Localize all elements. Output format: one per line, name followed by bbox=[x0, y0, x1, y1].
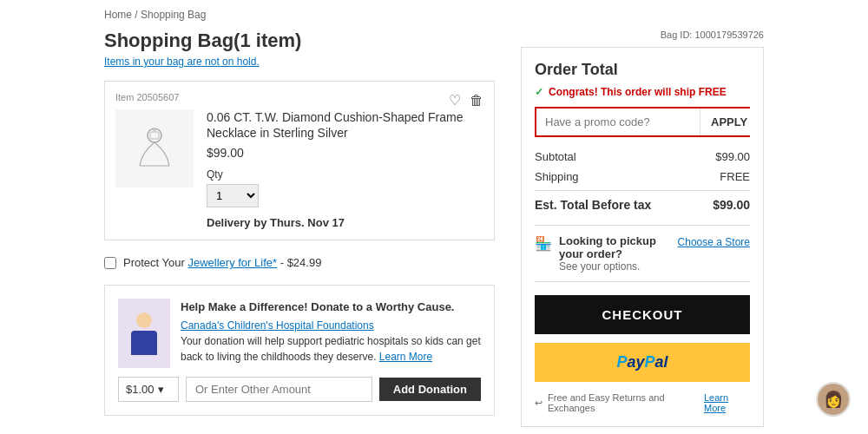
item-price: $99.00 bbox=[207, 146, 483, 160]
pickup-subtitle: See your options. bbox=[559, 260, 671, 273]
donation-top: Help Make a Difference! Donate to a Wort… bbox=[118, 299, 481, 368]
free-ship-notice: ✓ Congrats! This order will ship FREE bbox=[535, 86, 750, 98]
donation-description: Your donation will help support pediatri… bbox=[181, 333, 481, 365]
item-name: 0.06 CT. T.W. Diamond Cushion-Shaped Fra… bbox=[207, 109, 483, 141]
donation-card: Help Make a Difference! Donate to a Wort… bbox=[104, 285, 495, 416]
bag-id: Bag ID: 1000179539726 bbox=[521, 30, 764, 40]
donation-title: Help Make a Difference! Donate to a Wort… bbox=[181, 299, 481, 316]
returns-icon: ↩ bbox=[535, 398, 542, 409]
delete-button[interactable]: 🗑 bbox=[470, 92, 483, 108]
choose-store-link[interactable]: Choose a Store bbox=[678, 236, 750, 248]
promo-row: APPLY bbox=[535, 107, 750, 137]
avatar-body bbox=[131, 331, 157, 355]
check-icon: ✓ bbox=[535, 86, 543, 98]
pickup-text: Looking to pickup your order? See your o… bbox=[559, 234, 671, 273]
protect-label: Protect Your Jewellery for Life* - $24.9… bbox=[123, 256, 321, 269]
item-details: 0.06 CT. T.W. Diamond Cushion-Shaped Fra… bbox=[207, 109, 483, 229]
right-column: Bag ID: 1000179539726 Order Total ✓ Cong… bbox=[521, 30, 764, 427]
cart-item-card: Item 20505607 ♡ 🗑 bbox=[104, 81, 495, 240]
amount-dropdown[interactable]: $1.00 ▾ bbox=[118, 377, 179, 402]
delivery-info: Delivery by Thurs. Nov 17 bbox=[207, 216, 483, 229]
item-actions: ♡ 🗑 bbox=[449, 92, 483, 108]
store-icon: 🏪 bbox=[535, 235, 552, 252]
chat-avatar: 👩 bbox=[818, 384, 849, 415]
amount-input[interactable] bbox=[186, 377, 372, 402]
item-id: Item 20505607 bbox=[115, 92, 483, 102]
hold-notice: Items in your bag are not on hold. bbox=[104, 56, 495, 68]
shipping-value: FREE bbox=[720, 170, 750, 183]
qty-select[interactable]: 1 2 3 bbox=[207, 184, 259, 207]
divider bbox=[535, 190, 750, 191]
protect-price: - $24.99 bbox=[280, 256, 322, 269]
shipping-row: Shipping FREE bbox=[535, 170, 750, 183]
subtotal-value: $99.00 bbox=[715, 150, 750, 163]
donation-avatar bbox=[118, 299, 170, 368]
item-image bbox=[115, 109, 194, 187]
donation-learn-more[interactable]: Learn More bbox=[379, 351, 432, 363]
protect-row: Protect Your Jewellery for Life* - $24.9… bbox=[104, 249, 495, 276]
charity-link[interactable]: Canada's Children's Hospital Foundations bbox=[181, 319, 374, 332]
chat-bubble[interactable]: 👩 bbox=[816, 382, 851, 417]
subtotal-row: Subtotal $99.00 bbox=[535, 150, 750, 163]
subtotal-label: Subtotal bbox=[535, 150, 576, 163]
wishlist-button[interactable]: ♡ bbox=[449, 92, 461, 108]
est-total-label: Est. Total Before tax bbox=[535, 198, 651, 212]
add-donation-button[interactable]: Add Donation bbox=[379, 378, 481, 401]
donation-controls: $1.00 ▾ Add Donation bbox=[118, 377, 481, 402]
necklace-image bbox=[124, 118, 185, 179]
donation-text: Help Make a Difference! Donate to a Wort… bbox=[181, 299, 481, 368]
item-content: 0.06 CT. T.W. Diamond Cushion-Shaped Fra… bbox=[115, 109, 483, 229]
svg-point-3 bbox=[153, 128, 156, 132]
est-total-value: $99.00 bbox=[713, 198, 750, 212]
est-total-row: Est. Total Before tax $99.00 bbox=[535, 198, 750, 212]
svg-rect-1 bbox=[150, 132, 159, 139]
order-total-title: Order Total bbox=[535, 61, 750, 79]
checkout-button[interactable]: CHECKOUT bbox=[535, 295, 750, 334]
breadcrumb-separator: / bbox=[135, 9, 137, 21]
apply-button[interactable]: APPLY bbox=[700, 108, 758, 135]
page-title: Shopping Bag(1 item) bbox=[104, 30, 495, 52]
paypal-button[interactable]: PayPal bbox=[535, 343, 750, 382]
pickup-title: Looking to pickup your order? bbox=[559, 234, 656, 260]
paypal-logo: PayPal bbox=[616, 353, 667, 372]
breadcrumb: Home / Shopping Bag bbox=[0, 0, 868, 30]
promo-input[interactable] bbox=[536, 108, 700, 135]
breadcrumb-home[interactable]: Home bbox=[104, 9, 132, 21]
returns-left: ↩ Free and Easy Returns and Exchanges bbox=[535, 392, 704, 413]
order-total-card: Order Total ✓ Congrats! This order will … bbox=[521, 47, 764, 427]
qty-label: Qty bbox=[207, 168, 483, 181]
chevron-down-icon: ▾ bbox=[158, 383, 164, 396]
free-ship-text: Congrats! This order will ship FREE bbox=[549, 86, 727, 98]
returns-learn-more[interactable]: Learn More bbox=[704, 392, 750, 413]
shipping-label: Shipping bbox=[535, 170, 579, 183]
breadcrumb-current: Shopping Bag bbox=[141, 9, 206, 21]
returns-row: ↩ Free and Easy Returns and Exchanges Le… bbox=[535, 392, 750, 413]
left-column: Shopping Bag(1 item) Items in your bag a… bbox=[104, 30, 495, 427]
protect-checkbox[interactable] bbox=[104, 257, 116, 269]
avatar-head bbox=[136, 312, 152, 328]
charity-name: Canada's Children's Hospital Foundations bbox=[181, 318, 481, 333]
returns-text: Free and Easy Returns and Exchanges bbox=[548, 392, 704, 413]
pickup-row: 🏪 Looking to pickup your order? See your… bbox=[535, 225, 750, 282]
protect-link[interactable]: Jewellery for Life* bbox=[187, 256, 277, 269]
